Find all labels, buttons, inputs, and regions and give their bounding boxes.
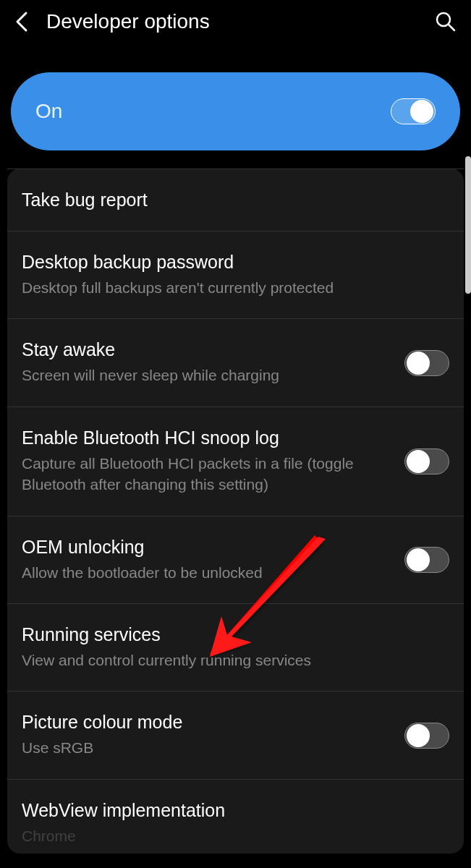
master-toggle-label: On bbox=[35, 100, 62, 123]
setting-title: WebView implementation bbox=[22, 800, 438, 821]
chevron-left-icon bbox=[14, 10, 29, 33]
toggle-knob bbox=[407, 548, 430, 571]
toggle-knob bbox=[407, 724, 430, 747]
oem-unlocking-item[interactable]: OEM unlocking Allow the bootloader to be… bbox=[7, 516, 464, 604]
stay-awake-toggle[interactable] bbox=[404, 350, 449, 376]
setting-text: Running services View and control curren… bbox=[22, 624, 449, 671]
setting-subtitle: Use sRGB bbox=[22, 737, 393, 758]
setting-subtitle: Chrome bbox=[22, 825, 438, 846]
setting-text: Picture colour mode Use sRGB bbox=[22, 712, 404, 758]
picture-colour-toggle[interactable] bbox=[404, 723, 449, 749]
bluetooth-hci-toggle[interactable] bbox=[404, 448, 449, 475]
toggle-knob bbox=[407, 352, 430, 375]
scrollbar[interactable] bbox=[465, 156, 471, 294]
setting-title: Running services bbox=[22, 624, 438, 645]
bluetooth-hci-item[interactable]: Enable Bluetooth HCI snoop log Capture a… bbox=[7, 407, 464, 516]
setting-subtitle: Capture all Bluetooth HCI packets in a f… bbox=[22, 453, 393, 495]
setting-subtitle: View and control currently running servi… bbox=[22, 650, 438, 671]
setting-text: WebView implementation Chrome bbox=[22, 800, 449, 846]
desktop-backup-password-item[interactable]: Desktop backup password Desktop full bac… bbox=[7, 231, 464, 319]
master-toggle-card[interactable]: On bbox=[11, 72, 460, 150]
search-icon bbox=[435, 11, 457, 33]
setting-text: Enable Bluetooth HCI snoop log Capture a… bbox=[22, 427, 404, 495]
running-services-item[interactable]: Running services View and control curren… bbox=[7, 604, 464, 692]
setting-text: Stay awake Screen will never sleep while… bbox=[22, 339, 404, 386]
back-button[interactable] bbox=[14, 10, 29, 33]
setting-text: OEM unlocking Allow the bootloader to be… bbox=[22, 537, 404, 583]
picture-colour-mode-item[interactable]: Picture colour mode Use sRGB bbox=[7, 692, 464, 779]
setting-title: OEM unlocking bbox=[22, 537, 393, 558]
setting-title: Enable Bluetooth HCI snoop log bbox=[22, 427, 393, 448]
setting-subtitle: Desktop full backups aren't currently pr… bbox=[22, 277, 438, 298]
header: Developer options bbox=[0, 0, 471, 43]
page-title: Developer options bbox=[46, 10, 417, 33]
setting-title: Picture colour mode bbox=[22, 712, 393, 733]
setting-text: Desktop backup password Desktop full bac… bbox=[22, 252, 449, 298]
oem-unlocking-toggle[interactable] bbox=[404, 547, 449, 573]
setting-title: Stay awake bbox=[22, 339, 393, 360]
search-button[interactable] bbox=[435, 11, 457, 33]
toggle-knob bbox=[407, 450, 430, 473]
setting-subtitle: Allow the bootloader to be unlocked bbox=[22, 562, 393, 583]
setting-subtitle: Screen will never sleep while charging bbox=[22, 365, 393, 386]
master-toggle-switch[interactable] bbox=[391, 98, 436, 124]
stay-awake-item[interactable]: Stay awake Screen will never sleep while… bbox=[7, 319, 464, 407]
setting-title: Desktop backup password bbox=[22, 252, 438, 273]
webview-implementation-item[interactable]: WebView implementation Chrome bbox=[7, 780, 464, 854]
settings-list: Take bug report Desktop backup password … bbox=[7, 169, 464, 854]
toggle-knob bbox=[410, 100, 433, 123]
take-bug-report-item[interactable]: Take bug report bbox=[7, 169, 464, 231]
svg-line-1 bbox=[449, 25, 454, 30]
setting-title: Take bug report bbox=[22, 190, 438, 210]
setting-text: Take bug report bbox=[22, 190, 449, 210]
